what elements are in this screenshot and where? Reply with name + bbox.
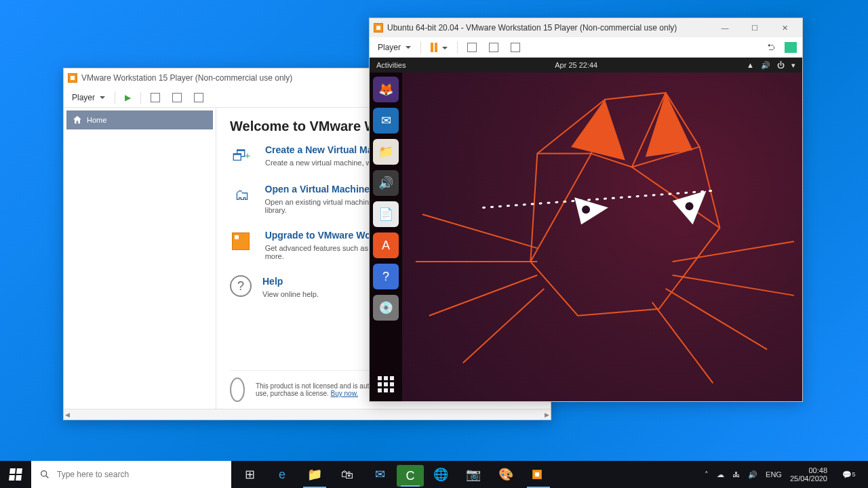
- files-icon[interactable]: 📁: [373, 139, 399, 165]
- language-indicator[interactable]: ENG: [766, 470, 782, 479]
- taskbar-search[interactable]: Type here to search: [31, 461, 231, 488]
- library-sidebar: Home: [64, 108, 216, 409]
- microsoft-store-icon[interactable]: 🛍: [332, 461, 363, 488]
- help-icon[interactable]: ?: [373, 264, 399, 289]
- sidebar-item-home[interactable]: Home: [66, 110, 213, 129]
- help-circle-icon: ?: [230, 275, 252, 297]
- svg-marker-11: [574, 197, 608, 224]
- send-ctrl-alt-del-icon[interactable]: [148, 92, 163, 104]
- vmware-taskbar-icon[interactable]: [523, 461, 554, 488]
- svg-line-6: [673, 275, 794, 296]
- vm-titlebar[interactable]: Ubuntu 64-bit 20.04 - VMware Workstation…: [370, 18, 802, 37]
- ubuntu-software-icon[interactable]: A: [373, 232, 399, 258]
- edge-icon[interactable]: e: [267, 461, 298, 488]
- action-desc: View online help.: [262, 290, 319, 298]
- vm-toolbar: Player ⮌: [370, 37, 802, 58]
- taskbar-items: ⊞ e 📁 🛍 ✉ C 🌐 📷 🎨: [234, 461, 554, 488]
- svg-line-1: [422, 214, 537, 248]
- windows-taskbar: Type here to search ⊞ e 📁 🛍 ✉ C 🌐 📷 🎨 ˄ …: [0, 461, 868, 488]
- unity-mode-icon[interactable]: [785, 42, 797, 53]
- player-menu[interactable]: Player: [375, 41, 414, 54]
- snagit-icon[interactable]: 📷: [458, 461, 489, 488]
- play-button[interactable]: ▶: [122, 92, 134, 104]
- firefox-icon[interactable]: 🦊: [373, 77, 399, 102]
- ubuntu-wallpaper-focal-fossa: [402, 73, 802, 401]
- task-view-icon[interactable]: ⊞: [234, 461, 265, 488]
- player-menu[interactable]: Player: [69, 92, 108, 104]
- action-title: Help: [262, 276, 283, 287]
- chevron-down-icon[interactable]: ▾: [791, 61, 795, 70]
- action-center-icon[interactable]: 💬5: [835, 470, 863, 479]
- fullscreen-icon[interactable]: [191, 92, 206, 104]
- network-icon[interactable]: ▲: [747, 61, 754, 69]
- chrome-icon[interactable]: 🌐: [425, 461, 456, 488]
- vmware-guest-window: Ubuntu 64-bit 20.04 - VMware Workstation…: [369, 18, 803, 402]
- home-title: VMware Workstation 15 Player (Non-commer…: [81, 73, 292, 83]
- show-applications-icon[interactable]: [373, 371, 399, 397]
- svg-point-16: [41, 471, 47, 476]
- fullscreen-icon[interactable]: [508, 41, 523, 54]
- pause-button[interactable]: [428, 41, 450, 54]
- gnome-top-bar: Activities Apr 25 22:44 ▲ 🔊 ⏻ ▾: [370, 58, 802, 73]
- thunderbird-icon[interactable]: ✉: [373, 108, 399, 134]
- mail-icon[interactable]: ✉: [364, 461, 395, 488]
- libreoffice-writer-icon[interactable]: 📄: [373, 201, 399, 227]
- send-ctrl-alt-del-icon[interactable]: [465, 41, 479, 54]
- taskbar-clock[interactable]: 00:48 25/04/2020: [790, 466, 827, 483]
- svg-line-5: [673, 241, 794, 262]
- new-vm-icon: 🗗＋: [230, 144, 254, 168]
- volume-icon[interactable]: 🔊: [761, 61, 770, 70]
- sidebar-item-label: Home: [87, 116, 106, 124]
- open-vm-icon: 🗂: [230, 183, 254, 207]
- guest-screen: Activities Apr 25 22:44 ▲ 🔊 ⏻ ▾ 🦊✉📁🔊📄A?💿: [370, 58, 802, 401]
- fit-guest-icon[interactable]: [486, 41, 501, 54]
- network-tray-icon[interactable]: 🖧: [732, 470, 740, 479]
- clock-time: 00:48: [808, 466, 827, 474]
- close-button[interactable]: ✕: [770, 18, 800, 37]
- svg-line-4: [463, 289, 545, 363]
- camtasia-icon[interactable]: C: [397, 465, 424, 487]
- tray-overflow-icon[interactable]: ˄: [705, 470, 709, 479]
- clock-date: 25/04/2020: [790, 474, 827, 483]
- notification-count: 5: [852, 471, 855, 478]
- fit-guest-icon[interactable]: [170, 92, 184, 104]
- search-icon: [39, 469, 50, 480]
- minimize-button[interactable]: —: [710, 18, 740, 37]
- svg-line-8: [652, 302, 713, 384]
- search-placeholder: Type here to search: [57, 470, 129, 479]
- cycle-devices-icon[interactable]: ⮌: [764, 41, 778, 54]
- gnome-activities[interactable]: Activities: [376, 61, 406, 69]
- maximize-button[interactable]: ☐: [740, 18, 770, 37]
- svg-point-14: [686, 202, 694, 210]
- home-icon: [72, 115, 83, 125]
- disc-icon[interactable]: 💿: [373, 295, 399, 321]
- start-button[interactable]: [0, 461, 31, 488]
- horizontal-scrollbar[interactable]: ◀▶: [64, 409, 551, 420]
- onedrive-icon[interactable]: ☁: [717, 470, 724, 479]
- file-explorer-icon[interactable]: 📁: [299, 461, 330, 488]
- vmware-icon: [68, 73, 77, 83]
- power-icon[interactable]: ⏻: [777, 61, 785, 69]
- gnome-clock[interactable]: Apr 25 22:44: [406, 61, 747, 69]
- buy-now-link[interactable]: Buy now.: [331, 390, 359, 397]
- vm-title: Ubuntu 64-bit 20.04 - VMware Workstation…: [387, 23, 677, 33]
- upgrade-icon: [230, 229, 254, 253]
- vmware-icon: [374, 23, 383, 33]
- ubuntu-dock: 🦊✉📁🔊📄A?💿: [370, 73, 402, 401]
- svg-line-17: [46, 476, 48, 478]
- svg-point-12: [582, 205, 590, 214]
- action-title: Open a Virtual Machine: [265, 184, 370, 195]
- volume-tray-icon[interactable]: 🔊: [748, 470, 757, 479]
- system-tray: ˄ ☁ 🖧 🔊 ENG 00:48 25/04/2020 💬5: [699, 466, 868, 483]
- paint-icon[interactable]: 🎨: [490, 461, 521, 488]
- svg-marker-9: [571, 100, 625, 161]
- rhythmbox-icon[interactable]: 🔊: [373, 170, 399, 196]
- ribbon-icon: [230, 378, 245, 402]
